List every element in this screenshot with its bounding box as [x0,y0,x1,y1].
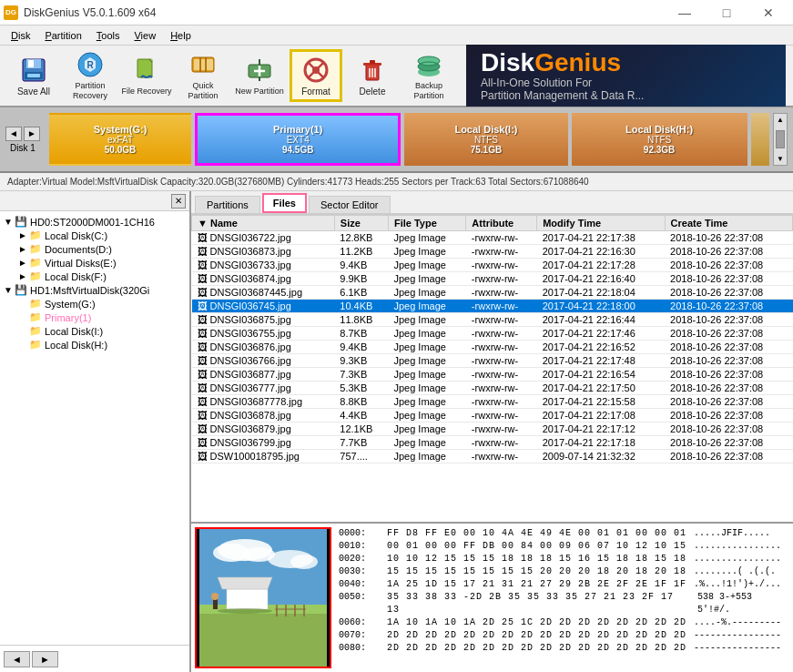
local-f-label: Local Disk(F:) [45,271,107,282]
panel-left-button[interactable]: ◄ [4,651,30,667]
table-row[interactable]: 🖼DNSGI036766.jpg 9.3KB Jpeg Image -rwxrw… [192,354,793,368]
tree-area[interactable]: ▼ 💾 HD0:ST2000DM001-1CH16 ► 📁 Local Disk… [0,211,189,645]
documents-d-icon: 📁 [29,243,42,255]
svg-point-23 [312,66,320,74]
table-row[interactable]: 🖼DNSGI03687445.jpg 6.1KB Jpeg Image -rwx… [192,286,793,300]
svg-line-8 [141,76,143,77]
save-all-button[interactable]: Save All [7,49,60,102]
cell-size: 9.9KB [334,272,388,286]
menu-tools[interactable]: Tools [89,28,127,43]
partition-primary1[interactable]: Primary(1) EXT4 94.5GB [195,113,401,166]
cell-attr: -rwxrw-rw- [466,382,537,395]
cell-modify: 2017-04-21 22:17:46 [537,327,665,341]
col-name-header[interactable]: ▼ Name [192,216,335,231]
backup-partition-button[interactable]: Backup Partition [402,49,455,102]
partition-extra[interactable] [751,113,769,166]
tree-toggle-d: ► [18,244,29,254]
cell-type: Jpeg Image [388,327,465,341]
cell-type: Jpeg Image [388,300,465,313]
table-row[interactable]: 🖼DNSGI036733.jpg 9.4KB Jpeg Image -rwxrw… [192,259,793,272]
brand-name-genius: Genius [534,48,621,76]
table-row[interactable]: 🖼DNSGI036777.jpg 5.3KB Jpeg Image -rwxrw… [192,382,793,395]
col-modify-header[interactable]: Modify Time [537,216,665,231]
table-row[interactable]: 🖼DNSGI036745.jpg 10.4KB Jpeg Image -rwxr… [192,300,793,313]
cell-modify: 2017-04-21 22:16:52 [537,341,665,354]
col-size-header[interactable]: Size [334,216,388,231]
cell-create: 2018-10-26 22:37:08 [665,272,792,286]
nav-left-button[interactable]: ◄ [5,127,22,141]
preview-svg [199,527,327,668]
table-row[interactable]: 🖼DNSGI036878.jpg 4.4KB Jpeg Image -rwxrw… [192,409,793,423]
tree-item-local-i[interactable]: 📁 Local Disk(I:) [0,324,189,338]
maximize-button[interactable]: □ [706,0,747,25]
table-row[interactable]: 🖼DNSGI036877.jpg 7.3KB Jpeg Image -rwxrw… [192,368,793,382]
svg-point-40 [290,555,318,569]
cell-modify: 2017-04-21 22:17:50 [537,382,665,395]
format-button[interactable]: Format [290,49,342,102]
partition-system-g[interactable]: System(G:) exFAT 50.0GB [49,113,191,166]
col-create-header[interactable]: Create Time [665,216,792,231]
file-table-container[interactable]: ▼ Name Size File Type Attribute Modify T… [191,215,793,522]
hex-ascii: ................ [694,540,781,553]
partition-local-i[interactable]: Local Disk(I:) NTFS 75.1GB [404,113,567,166]
col-type-header[interactable]: File Type [388,216,465,231]
menu-help[interactable]: Help [163,28,198,43]
save-all-label: Save All [17,87,50,97]
tree-item-virtual-e[interactable]: ► 📁 Virtual Disks(E:) [0,256,189,270]
file-recovery-label: File Recovery [121,87,171,97]
delete-button[interactable]: Delete [346,49,399,102]
table-row[interactable]: 🖼DNSGI036875.jpg 11.8KB Jpeg Image -rwxr… [192,313,793,327]
tree-item-documents-d[interactable]: ► 📁 Documents(D:) [0,242,189,256]
table-row[interactable]: 🖼DNSGI03687778.jpg 8.8KB Jpeg Image -rwx… [192,395,793,409]
table-row[interactable]: 🖼DNSGI036799.jpg 7.7KB Jpeg Image -rwxrw… [192,436,793,450]
hex-view[interactable]: 0000:FF D8 FF E0 00 10 4A 4E 49 4E 00 01… [335,524,793,672]
menu-view[interactable]: View [127,28,163,43]
cell-attr: -rwxrw-rw- [466,272,537,286]
partition-scrollbar[interactable]: ▲ ▼ [773,113,788,166]
tab-partitions[interactable]: Partitions [195,196,260,213]
cell-type: Jpeg Image [388,368,465,382]
tree-item-primary1[interactable]: 📁 Primary(1) [0,311,189,324]
close-panel-button[interactable]: ✕ [171,194,186,209]
file-recovery-button[interactable]: File Recovery [120,49,173,102]
nav-right-button[interactable]: ► [24,127,40,141]
quick-partition-button[interactable]: Quick Partition [177,49,229,102]
tree-item-local-c[interactable]: ► 📁 Local Disk(C:) [0,229,189,242]
table-row[interactable]: 🖼DNSGI036876.jpg 9.4KB Jpeg Image -rwxrw… [192,341,793,354]
hex-ascii: ---------------- [694,642,781,655]
menu-disk[interactable]: Disk [4,28,37,43]
col-attr-header[interactable]: Attribute [466,216,537,231]
tab-files[interactable]: Files [262,193,307,213]
cell-attr: -rwxrw-rw- [466,423,537,436]
new-partition-button[interactable]: New Partition [233,49,286,102]
close-button[interactable]: ✕ [747,0,789,25]
tree-item-hd0[interactable]: ▼ 💾 HD0:ST2000DM001-1CH16 [0,215,189,229]
minimize-button[interactable]: — [664,0,706,25]
table-row[interactable]: 🖼DNSGI036879.jpg 12.1KB Jpeg Image -rwxr… [192,423,793,436]
local-i-label: Local Disk(I:) [45,326,103,337]
table-row[interactable]: 🖼DNSGI036755.jpg 8.7KB Jpeg Image -rwxrw… [192,327,793,341]
documents-d-label: Documents(D:) [45,244,112,255]
tab-sector-editor[interactable]: Sector Editor [309,196,391,213]
cell-create: 2018-10-26 22:37:08 [665,382,792,395]
partition-recovery-button[interactable]: R Partition Recovery [64,49,117,102]
table-row[interactable]: 🖼DNSGI036722.jpg 12.8KB Jpeg Image -rwxr… [192,231,793,245]
local-h-label: Local Disk(H:) [45,340,107,351]
panel-right-button[interactable]: ► [32,651,58,667]
table-row[interactable]: 🖼DNSGI036874.jpg 9.9KB Jpeg Image -rwxrw… [192,272,793,286]
partition-local-h[interactable]: Local Disk(H:) NTFS 92.3GB [572,113,747,166]
cell-create: 2018-10-26 22:37:08 [665,231,792,245]
table-row[interactable]: 🖼DNSGI036873.jpg 11.2KB Jpeg Image -rwxr… [192,245,793,259]
tree-item-local-h[interactable]: 📁 Local Disk(H:) [0,338,189,351]
tree-item-system-g[interactable]: 📁 System(G:) [0,297,189,311]
partition-local-h-fs: NTFS [647,135,671,145]
table-row[interactable]: 🖼DSW100018795.jpg 757.... Jpeg Image -rw… [192,450,793,463]
menu-partition[interactable]: Partition [37,28,88,43]
main-area: ✕ ▼ 💾 HD0:ST2000DM001-1CH16 ► 📁 Local Di… [0,191,793,672]
tree-item-hd1[interactable]: ▼ 💾 HD1:MsftVirtualDisk(320Gi [0,283,189,297]
tree-item-local-f[interactable]: ► 📁 Local Disk(F:) [0,270,189,283]
left-panel-bottom: ◄ ► [0,645,189,672]
cell-size: 9.4KB [334,259,388,272]
cell-attr: -rwxrw-rw- [466,259,537,272]
cell-name: 🖼DNSGI036875.jpg [192,313,335,327]
